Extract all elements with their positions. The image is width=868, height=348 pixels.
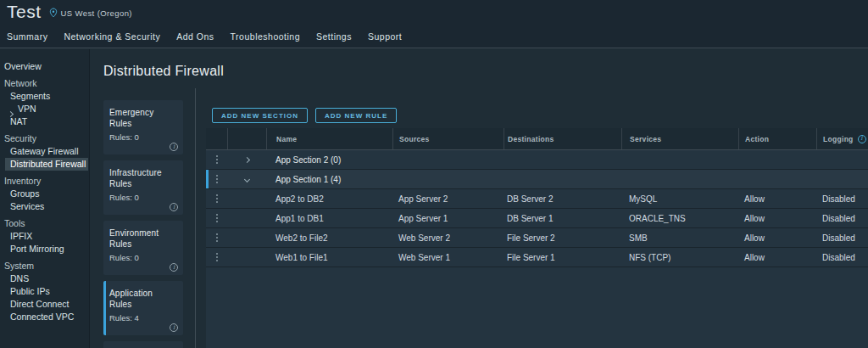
- rule-services: NFS (TCP): [621, 253, 738, 262]
- header-cell-expander: [227, 128, 266, 149]
- sidebar-item-dns[interactable]: DNS: [0, 272, 89, 285]
- row-menu-icon[interactable]: [216, 256, 218, 258]
- sidebar-item-label: System: [4, 261, 34, 271]
- top-header-bar: Test US West (Oregon) SummaryNetworking …: [0, 0, 868, 48]
- rule-name: Web2 to File2: [266, 233, 392, 243]
- row-menu-icon[interactable]: [216, 217, 218, 219]
- logging-info-icon[interactable]: i: [858, 135, 866, 143]
- category-card-infrastructure-rules[interactable]: Infrastructure RulesRules: 0i: [103, 160, 183, 215]
- row-menu-icon[interactable]: [216, 159, 218, 160]
- header-cell-services: Services: [621, 128, 738, 149]
- sidebar-item-distributed-firewall[interactable]: Distributed Firewall: [5, 158, 88, 171]
- row-menu-icon[interactable]: [216, 198, 218, 199]
- sidebar-item-nat[interactable]: NAT: [0, 115, 89, 128]
- sidebar-item-direct-connect[interactable]: Direct Connect: [0, 298, 89, 311]
- sidebar-item-groups[interactable]: Groups: [0, 188, 89, 200]
- sidebar-item-label: VPN: [18, 104, 36, 114]
- tab-support[interactable]: Support: [368, 31, 402, 42]
- category-title: Infrastructure Rules: [109, 167, 177, 189]
- info-icon[interactable]: i: [170, 263, 178, 272]
- header-cell-action: Action: [738, 128, 816, 149]
- sidebar-item-label: Gateway Firewall: [10, 146, 79, 156]
- category-title: Emergency Rules: [109, 107, 177, 129]
- rule-row-web2-to-file2[interactable]: Web2 to File2Web Server 2File Server 2SM…: [206, 228, 868, 248]
- category-card-application-rules[interactable]: Application RulesRules: 4i: [103, 281, 183, 335]
- table-empty-area: [206, 267, 868, 348]
- category-title: Environment Rules: [109, 227, 177, 250]
- sidebar-item-connected-vpc[interactable]: Connected VPC: [0, 311, 89, 323]
- category-rule-count: Rules: 0: [109, 253, 177, 262]
- rule-row-app2-to-db2[interactable]: App2 to DB2App Server 2DB Server 2MySQLA…: [206, 189, 868, 209]
- sidebar-item-tools: Tools: [0, 217, 89, 230]
- rule-destinations: File Server 2: [504, 233, 621, 243]
- add-new-rule-button[interactable]: ADD NEW RULE: [315, 108, 397, 123]
- sidebar-item-public-ips[interactable]: Public IPs: [0, 285, 89, 298]
- section-name: App Section 1 (4): [266, 175, 868, 184]
- sidebar-item-vpn[interactable]: VPN: [0, 103, 89, 115]
- sidebar-item-label: Services: [10, 201, 44, 211]
- category-rule-count: Rules: 0: [109, 132, 177, 142]
- table-header-row: NameSourcesDestinationsServicesActionLog…: [206, 128, 868, 150]
- collapse-section-icon[interactable]: [227, 177, 266, 182]
- rule-action: Allow: [738, 214, 816, 223]
- sidebar-item-label: Public IPs: [10, 286, 50, 296]
- tab-troubleshooting[interactable]: Troubleshooting: [231, 31, 300, 42]
- category-card-emergency-rules[interactable]: Emergency RulesRules: 0i: [103, 100, 183, 154]
- column-label: Destinations: [508, 135, 554, 143]
- rule-sources: App Server 1: [392, 214, 504, 223]
- sidebar-item-overview[interactable]: Overview: [0, 60, 89, 73]
- sidebar-item-label: Groups: [10, 188, 39, 199]
- info-icon[interactable]: i: [170, 203, 178, 211]
- tab-networking-security[interactable]: Networking & Security: [64, 31, 160, 42]
- tab-add-ons[interactable]: Add Ons: [176, 31, 214, 42]
- left-sidebar-nav: OverviewNetworkSegmentsVPNNATSecurityGat…: [0, 49, 90, 348]
- category-card-default-allow-all[interactable]: Default - Allow All: [103, 341, 183, 348]
- sidebar-item-label: Inventory: [4, 176, 41, 186]
- sidebar-item-segments[interactable]: Segments: [0, 90, 89, 103]
- section-row-app-section-2-0[interactable]: App Section 2 (0): [206, 150, 868, 170]
- rule-row-app1-to-db1[interactable]: App1 to DB1App Server 1DB Server 1ORACLE…: [206, 209, 868, 228]
- rule-logging: Disabled: [816, 214, 868, 223]
- info-icon[interactable]: i: [170, 323, 178, 332]
- firewall-category-cards: Emergency RulesRules: 0iInfrastructure R…: [103, 100, 183, 348]
- tab-summary[interactable]: Summary: [7, 31, 47, 42]
- rule-logging: Disabled: [816, 194, 868, 204]
- category-rule-count: Rules: 0: [109, 193, 177, 202]
- sidebar-item-ipfix[interactable]: IPFIX: [0, 230, 89, 243]
- sidebar-item-network: Network: [0, 77, 89, 90]
- rule-row-web1-to-file1[interactable]: Web1 to File1Web Server 1File Server 1NF…: [206, 248, 868, 267]
- section-name: App Section 2 (0): [266, 155, 868, 165]
- sidebar-item-label: Network: [4, 78, 37, 88]
- sidebar-item-label: Overview: [4, 61, 42, 71]
- rule-sources: App Server 2: [392, 194, 504, 204]
- add-new-section-button[interactable]: ADD NEW SECTION: [212, 108, 308, 123]
- header-cell-row-menu: [206, 128, 227, 149]
- tab-settings[interactable]: Settings: [316, 31, 352, 42]
- sddc-title: Test: [7, 2, 42, 22]
- rule-destinations: DB Server 2: [504, 194, 621, 204]
- rule-services: ORACLE_TNS: [621, 214, 738, 223]
- sidebar-item-port-mirroring[interactable]: Port Mirroring: [0, 243, 89, 255]
- info-icon[interactable]: i: [170, 143, 178, 151]
- region-label: US West (Oregon): [61, 8, 132, 18]
- rule-sources: Web Server 1: [392, 253, 504, 262]
- sidebar-item-label: Security: [4, 133, 36, 143]
- selected-row-indicator: [206, 170, 209, 188]
- sidebar-item-label: DNS: [10, 273, 29, 283]
- section-row-app-section-1-4[interactable]: App Section 1 (4): [206, 170, 868, 189]
- column-label: Action: [745, 135, 769, 143]
- brand-row: Test US West (Oregon): [7, 2, 132, 22]
- vertical-divider: [195, 88, 196, 348]
- category-rule-count: Rules: 4: [109, 313, 177, 323]
- sidebar-item-gateway-firewall[interactable]: Gateway Firewall: [0, 145, 89, 158]
- category-card-environment-rules[interactable]: Environment RulesRules: 0i: [103, 221, 183, 275]
- sidebar-item-label: NAT: [10, 116, 27, 126]
- rule-action: Allow: [738, 233, 816, 243]
- column-label: Services: [630, 135, 661, 143]
- sidebar-item-services[interactable]: Services: [0, 200, 89, 213]
- header-cell-destinations: Destinations: [504, 128, 621, 149]
- row-menu-icon[interactable]: [216, 178, 218, 180]
- expand-section-icon[interactable]: [227, 158, 266, 162]
- header-cell-logging: Loggingi: [816, 128, 868, 149]
- row-menu-icon[interactable]: [216, 237, 218, 239]
